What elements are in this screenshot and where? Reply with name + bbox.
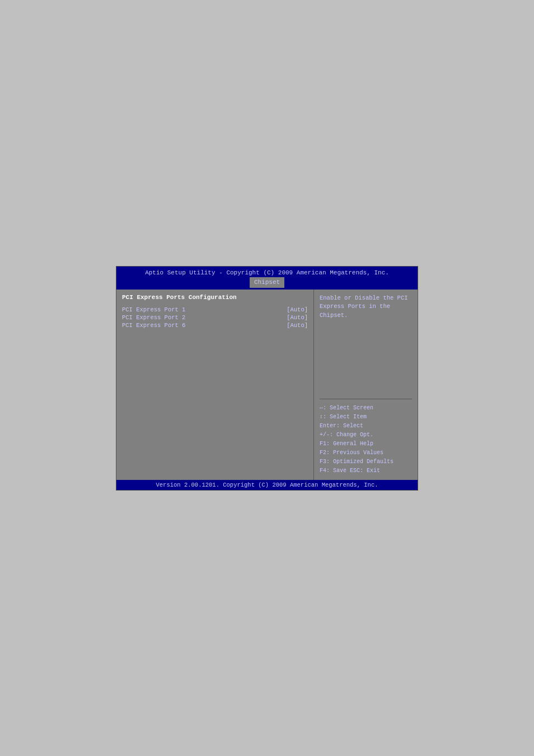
- pci-port-2-row[interactable]: PCI Express Port 2 [Auto]: [122, 314, 308, 321]
- bios-right-panel: Enable or Disable the PCI Express Ports …: [314, 290, 418, 480]
- pci-port-1-label: PCI Express Port 1: [122, 306, 185, 313]
- bios-window: Aptio Setup Utility - Copyright (C) 2009…: [116, 266, 418, 491]
- bios-left-panel: PCI Express Ports Configuration PCI Expr…: [116, 290, 314, 480]
- key-help: ↔: Select Screen ↕: Select Item Enter: S…: [320, 404, 412, 475]
- key-f4-esc: F4: Save ESC: Exit: [320, 466, 412, 475]
- key-select-screen: ↔: Select Screen: [320, 404, 412, 413]
- key-select-item: ↕: Select Item: [320, 413, 412, 422]
- pci-port-2-value: [Auto]: [287, 314, 308, 321]
- help-text: Enable or Disable the PCI Express Ports …: [320, 294, 412, 394]
- key-f3: F3: Optimized Defaults: [320, 458, 412, 466]
- tab-chipset[interactable]: Chipset: [250, 277, 284, 288]
- pci-port-2-label: PCI Express Port 2: [122, 314, 185, 321]
- pci-port-6-value: [Auto]: [287, 322, 308, 329]
- bios-title: Aptio Setup Utility - Copyright (C) 2009…: [120, 268, 414, 278]
- pci-port-1-row[interactable]: PCI Express Port 1 [Auto]: [122, 306, 308, 313]
- key-enter: Enter: Select: [320, 422, 412, 431]
- pci-port-6-row[interactable]: PCI Express Port 6 [Auto]: [122, 322, 308, 329]
- help-divider: [320, 399, 412, 399]
- bios-header: Aptio Setup Utility - Copyright (C) 2009…: [116, 267, 418, 290]
- key-f2: F2: Previous Values: [320, 449, 412, 458]
- section-title: PCI Express Ports Configuration: [122, 294, 308, 301]
- bios-footer: Version 2.00.1201. Copyright (C) 2009 Am…: [116, 480, 418, 490]
- key-f1: F1: General Help: [320, 440, 412, 449]
- bios-body: PCI Express Ports Configuration PCI Expr…: [116, 290, 418, 480]
- footer-text: Version 2.00.1201. Copyright (C) 2009 Am…: [156, 482, 378, 488]
- pci-port-1-value: [Auto]: [287, 306, 308, 313]
- pci-port-6-label: PCI Express Port 6: [122, 322, 185, 329]
- key-change: +/-: Change Opt.: [320, 431, 412, 440]
